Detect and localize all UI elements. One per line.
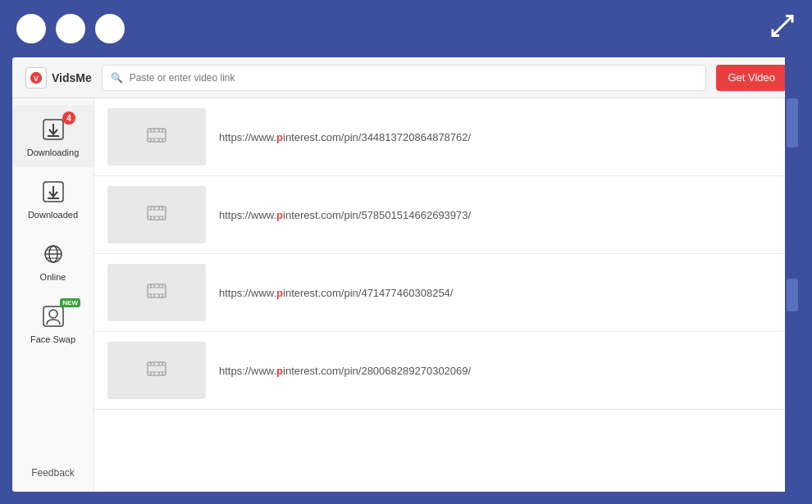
download-thumbnail [107,264,206,321]
app-header: V VidsMe 🔍 Get Video [12,57,800,98]
download-thumbnail [107,342,206,399]
url-input[interactable] [130,72,698,84]
svg-line-0 [773,16,792,36]
download-item: https://www.pinterest.com/pin/5785015146… [94,176,800,254]
online-icon [39,239,68,269]
sidebar-item-downloading[interactable]: 4 Downloading [12,105,94,167]
empty-area [94,410,800,492]
circle-1 [16,14,46,43]
download-url: https://www.pinterest.com/pin/3448137208… [219,131,787,143]
sidebar-item-faceswap[interactable]: NEW Face Swap [12,292,94,354]
title-bar [0,0,812,57]
download-info: https://www.pinterest.com/pin/3448137208… [219,131,787,143]
circle-2 [56,14,85,43]
film-icon [147,125,167,149]
downloading-badge: 4 [62,111,75,125]
sidebar-downloaded-label: Downloaded [28,210,78,220]
sidebar-item-downloaded[interactable]: Downloaded [12,167,94,229]
download-url: https://www.pinterest.com/pin/5785015146… [219,209,787,221]
downloaded-icon [39,177,68,207]
sidebar-downloading-label: Downloading [27,148,80,157]
sidebar-online-label: Online [40,272,66,282]
svg-text:V: V [34,74,39,82]
film-icon [147,359,167,383]
window-controls [16,14,125,43]
get-video-button[interactable]: Get Video [716,65,787,91]
download-thumbnail [107,108,206,166]
download-thumbnail [107,186,206,243]
scrollbar-thumb-2[interactable] [787,279,798,311]
search-icon: 🔍 [111,72,123,84]
download-info: https://www.pinterest.com/pin/2800682892… [219,365,787,377]
url-input-wrap[interactable]: 🔍 [102,65,707,91]
sidebar-feedback[interactable]: Feedback [12,454,94,492]
circle-3 [95,14,125,43]
app-container: V VidsMe 🔍 Get Video 4 [12,57,800,492]
svg-point-16 [49,310,57,318]
download-item: https://www.pinterest.com/pin/3448137208… [94,98,800,176]
download-info: https://www.pinterest.com/pin/4714774603… [219,287,787,299]
film-icon [147,281,167,305]
main-content: https://www.pinterest.com/pin/3448137208… [94,98,800,492]
download-url: https://www.pinterest.com/pin/2800682892… [219,365,787,377]
scrollbar-track[interactable] [785,57,800,492]
sidebar-faceswap-label: Face Swap [30,334,75,344]
download-item: https://www.pinterest.com/pin/2800682892… [94,332,800,410]
sidebar-item-online[interactable]: Online [12,229,94,292]
scrollbar-thumb-1[interactable] [787,98,798,148]
film-icon [147,203,167,227]
logo-area: V VidsMe [25,67,92,89]
logo-icon: V [25,67,47,89]
feedback-label: Feedback [31,467,75,479]
download-url: https://www.pinterest.com/pin/4714774603… [219,287,787,299]
app-logo-text: VidsMe [52,71,92,84]
sidebar: 4 Downloading [12,98,94,492]
app-body: 4 Downloading [12,98,800,492]
download-info: https://www.pinterest.com/pin/5785015146… [219,209,787,221]
download-item: https://www.pinterest.com/pin/4714774603… [94,254,800,332]
download-list: https://www.pinterest.com/pin/3448137208… [94,98,800,492]
resize-icon[interactable] [769,13,796,45]
new-badge: NEW [60,298,80,307]
